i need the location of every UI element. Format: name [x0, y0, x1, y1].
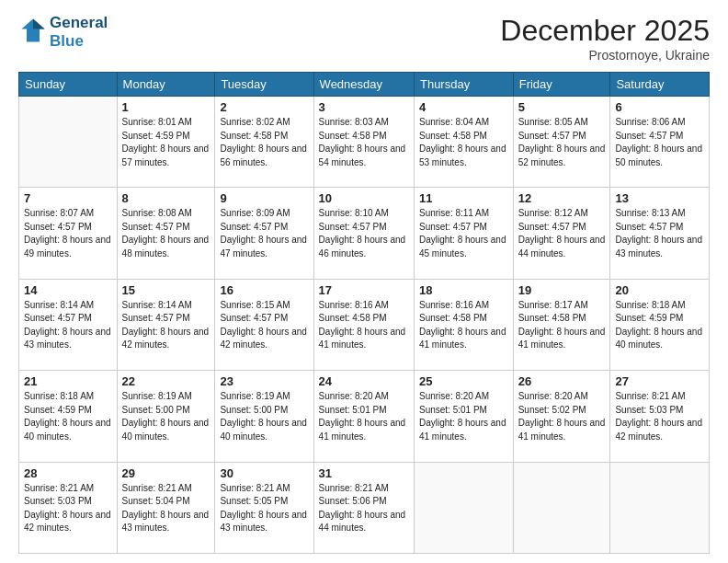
calendar-cell: 26Sunrise: 8:20 AMSunset: 5:02 PMDayligh…: [513, 371, 610, 462]
calendar-cell: 9Sunrise: 8:09 AMSunset: 4:57 PMDaylight…: [215, 188, 313, 279]
calendar-table: SundayMondayTuesdayWednesdayThursdayFrid…: [18, 72, 710, 554]
header-cell-tuesday: Tuesday: [215, 73, 313, 97]
day-number: 4: [419, 100, 508, 114]
day-detail: Sunrise: 8:16 AMSunset: 4:58 PMDaylight:…: [319, 299, 409, 352]
calendar-cell: 20Sunrise: 8:18 AMSunset: 4:59 PMDayligh…: [610, 279, 710, 370]
day-detail: Sunrise: 8:01 AMSunset: 4:59 PMDaylight:…: [122, 116, 210, 169]
logo-line2: Blue: [50, 32, 108, 51]
header-cell-saturday: Saturday: [610, 73, 710, 97]
day-number: 26: [518, 374, 606, 388]
day-detail: Sunrise: 8:07 AMSunset: 4:57 PMDaylight:…: [24, 207, 112, 260]
day-number: 11: [419, 191, 508, 205]
header-cell-thursday: Thursday: [414, 73, 513, 97]
calendar-cell: 6Sunrise: 8:06 AMSunset: 4:57 PMDaylight…: [610, 97, 710, 188]
calendar-cell: 27Sunrise: 8:21 AMSunset: 5:03 PMDayligh…: [610, 371, 710, 462]
header-cell-wednesday: Wednesday: [313, 73, 414, 97]
day-detail: Sunrise: 8:21 AMSunset: 5:06 PMDaylight:…: [319, 482, 409, 535]
day-number: 30: [220, 466, 308, 480]
day-detail: Sunrise: 8:02 AMSunset: 4:58 PMDaylight:…: [220, 116, 308, 169]
day-detail: Sunrise: 8:20 AMSunset: 5:02 PMDaylight:…: [518, 390, 606, 443]
logo-icon: [20, 17, 46, 43]
calendar-cell: 2Sunrise: 8:02 AMSunset: 4:58 PMDaylight…: [215, 97, 313, 188]
calendar-cell: 28Sunrise: 8:21 AMSunset: 5:03 PMDayligh…: [19, 462, 118, 553]
header: General Blue December 2025 Prostornoye, …: [18, 14, 710, 63]
day-number: 3: [319, 100, 409, 114]
header-cell-sunday: Sunday: [19, 73, 118, 97]
day-detail: Sunrise: 8:11 AMSunset: 4:57 PMDaylight:…: [419, 207, 508, 260]
calendar-cell: 19Sunrise: 8:17 AMSunset: 4:58 PMDayligh…: [513, 279, 610, 370]
day-detail: Sunrise: 8:05 AMSunset: 4:57 PMDaylight:…: [518, 116, 606, 169]
day-detail: Sunrise: 8:06 AMSunset: 4:57 PMDaylight:…: [615, 116, 704, 169]
day-number: 15: [122, 283, 210, 297]
calendar-cell: 12Sunrise: 8:12 AMSunset: 4:57 PMDayligh…: [513, 188, 610, 279]
day-detail: Sunrise: 8:21 AMSunset: 5:05 PMDaylight:…: [220, 482, 308, 535]
day-number: 23: [220, 374, 308, 388]
day-number: 5: [518, 100, 606, 114]
day-number: 17: [319, 283, 409, 297]
day-detail: Sunrise: 8:21 AMSunset: 5:03 PMDaylight:…: [615, 390, 704, 443]
calendar-cell: 30Sunrise: 8:21 AMSunset: 5:05 PMDayligh…: [215, 462, 313, 553]
calendar-cell: 18Sunrise: 8:16 AMSunset: 4:58 PMDayligh…: [414, 279, 513, 370]
calendar-cell: 17Sunrise: 8:16 AMSunset: 4:58 PMDayligh…: [313, 279, 414, 370]
calendar-cell: 24Sunrise: 8:20 AMSunset: 5:01 PMDayligh…: [313, 371, 414, 462]
title-area: December 2025 Prostornoye, Ukraine: [500, 14, 710, 63]
header-row: SundayMondayTuesdayWednesdayThursdayFrid…: [19, 73, 710, 97]
day-detail: Sunrise: 8:18 AMSunset: 4:59 PMDaylight:…: [615, 299, 704, 352]
day-detail: Sunrise: 8:13 AMSunset: 4:57 PMDaylight:…: [615, 207, 704, 260]
day-number: 25: [419, 374, 508, 388]
day-number: 29: [122, 466, 210, 480]
calendar-cell: [513, 462, 610, 553]
day-detail: Sunrise: 8:03 AMSunset: 4:58 PMDaylight:…: [319, 116, 409, 169]
day-number: 1: [122, 100, 210, 114]
day-number: 9: [220, 191, 308, 205]
day-number: 6: [615, 100, 704, 114]
day-number: 12: [518, 191, 606, 205]
day-detail: Sunrise: 8:12 AMSunset: 4:57 PMDaylight:…: [518, 207, 606, 260]
logo-line1: General: [50, 14, 108, 32]
logo: General Blue: [18, 14, 108, 50]
day-number: 7: [24, 191, 112, 205]
header-cell-monday: Monday: [117, 73, 215, 97]
calendar-cell: 25Sunrise: 8:20 AMSunset: 5:01 PMDayligh…: [414, 371, 513, 462]
day-detail: Sunrise: 8:15 AMSunset: 4:57 PMDaylight:…: [220, 299, 308, 352]
calendar-cell: 8Sunrise: 8:08 AMSunset: 4:57 PMDaylight…: [117, 188, 215, 279]
day-detail: Sunrise: 8:16 AMSunset: 4:58 PMDaylight:…: [419, 299, 508, 352]
day-detail: Sunrise: 8:19 AMSunset: 5:00 PMDaylight:…: [122, 390, 210, 443]
calendar-cell: [19, 97, 118, 188]
week-row-5: 28Sunrise: 8:21 AMSunset: 5:03 PMDayligh…: [19, 462, 710, 553]
calendar-cell: 5Sunrise: 8:05 AMSunset: 4:57 PMDaylight…: [513, 97, 610, 188]
page: General Blue December 2025 Prostornoye, …: [0, 0, 728, 563]
day-number: 14: [24, 283, 112, 297]
day-detail: Sunrise: 8:04 AMSunset: 4:58 PMDaylight:…: [419, 116, 508, 169]
week-row-2: 7Sunrise: 8:07 AMSunset: 4:57 PMDaylight…: [19, 188, 710, 279]
header-cell-friday: Friday: [513, 73, 610, 97]
month-title: December 2025: [500, 14, 710, 48]
day-number: 31: [319, 466, 409, 480]
calendar-cell: 21Sunrise: 8:18 AMSunset: 4:59 PMDayligh…: [19, 371, 118, 462]
svg-marker-1: [33, 18, 45, 29]
calendar-cell: 22Sunrise: 8:19 AMSunset: 5:00 PMDayligh…: [117, 371, 215, 462]
week-row-3: 14Sunrise: 8:14 AMSunset: 4:57 PMDayligh…: [19, 279, 710, 370]
day-detail: Sunrise: 8:18 AMSunset: 4:59 PMDaylight:…: [24, 390, 112, 443]
day-detail: Sunrise: 8:14 AMSunset: 4:57 PMDaylight:…: [24, 299, 112, 352]
day-detail: Sunrise: 8:21 AMSunset: 5:03 PMDaylight:…: [24, 482, 112, 535]
day-detail: Sunrise: 8:14 AMSunset: 4:57 PMDaylight:…: [122, 299, 210, 352]
day-number: 22: [122, 374, 210, 388]
day-number: 20: [615, 283, 704, 297]
day-detail: Sunrise: 8:08 AMSunset: 4:57 PMDaylight:…: [122, 207, 210, 260]
calendar-cell: 4Sunrise: 8:04 AMSunset: 4:58 PMDaylight…: [414, 97, 513, 188]
calendar-cell: 11Sunrise: 8:11 AMSunset: 4:57 PMDayligh…: [414, 188, 513, 279]
day-number: 21: [24, 374, 112, 388]
day-number: 16: [220, 283, 308, 297]
day-number: 19: [518, 283, 606, 297]
calendar-cell: [610, 462, 710, 553]
day-number: 27: [615, 374, 704, 388]
calendar-cell: 23Sunrise: 8:19 AMSunset: 5:00 PMDayligh…: [215, 371, 313, 462]
day-number: 2: [220, 100, 308, 114]
calendar-cell: 7Sunrise: 8:07 AMSunset: 4:57 PMDaylight…: [19, 188, 118, 279]
calendar-cell: 13Sunrise: 8:13 AMSunset: 4:57 PMDayligh…: [610, 188, 710, 279]
day-number: 24: [319, 374, 409, 388]
calendar-cell: 29Sunrise: 8:21 AMSunset: 5:04 PMDayligh…: [117, 462, 215, 553]
day-number: 8: [122, 191, 210, 205]
day-detail: Sunrise: 8:17 AMSunset: 4:58 PMDaylight:…: [518, 299, 606, 352]
